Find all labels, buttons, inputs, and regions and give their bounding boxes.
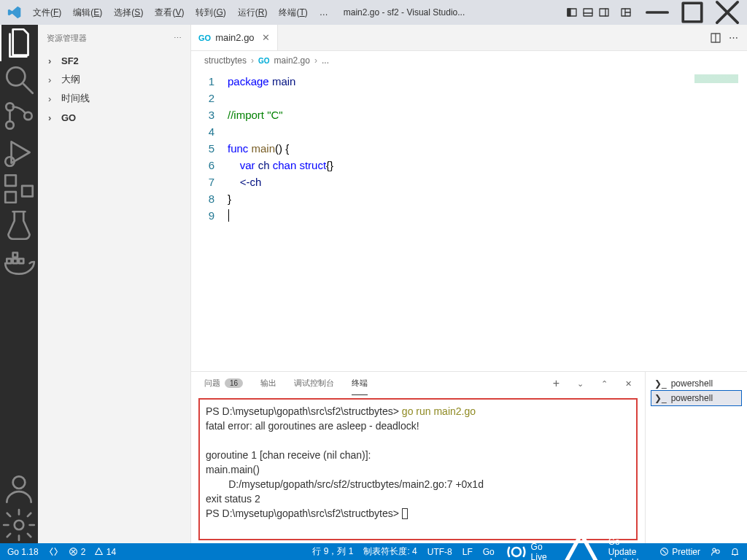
- editor-cursor: [228, 209, 229, 222]
- breadcrumb-file[interactable]: main2.go: [274, 55, 310, 66]
- activity-testing[interactable]: [0, 207, 38, 244]
- chevron-right-icon: ›: [48, 93, 58, 104]
- panel-tab-output[interactable]: 输出: [260, 372, 276, 395]
- status-golive[interactable]: Go Live: [505, 540, 547, 560]
- menu-view[interactable]: 查看(V): [150, 4, 189, 22]
- panel-bottom-icon[interactable]: [582, 7, 594, 18]
- status-feedback-icon[interactable]: [711, 547, 720, 556]
- sidebar-header: 资源管理器 ⋯: [38, 25, 190, 51]
- code-content[interactable]: package main //import "C" func main() { …: [228, 70, 747, 371]
- svg-point-28: [13, 476, 26, 489]
- breadcrumb-folder[interactable]: structbytes: [204, 55, 247, 66]
- tab-label: main2.go: [215, 32, 254, 43]
- code-editor[interactable]: 123456789 package main //import "C" func…: [191, 70, 747, 371]
- panel-tab-problems[interactable]: 问题16: [204, 372, 243, 395]
- bottom-panel: 问题16 输出 调试控制台 终端 + ⌄ ⌃ ✕ PS D:\mysetup\g…: [191, 371, 747, 543]
- menu-go[interactable]: 转到(G): [190, 4, 231, 22]
- window-maximize[interactable]: [676, 0, 709, 25]
- menu-run[interactable]: 运行(R): [233, 4, 273, 22]
- status-problems[interactable]: 2 14: [69, 547, 116, 557]
- menu-more[interactable]: …: [314, 4, 333, 20]
- sidebar-title: 资源管理器: [47, 33, 87, 44]
- terminal-list-item[interactable]: ❯_powershell: [651, 376, 741, 391]
- titlebar: 文件(F) 编辑(E) 选择(S) 查看(V) 转到(G) 运行(R) 终端(T…: [0, 0, 747, 25]
- svg-point-38: [716, 550, 719, 553]
- activity-account[interactable]: [0, 470, 38, 507]
- line-gutter: 123456789: [191, 70, 228, 371]
- tab-bar: GO main2.go ✕ ⋯: [191, 25, 747, 51]
- terminal[interactable]: PS D:\mysetup\gopath\src\sf2\structbytes…: [198, 398, 638, 540]
- editor-actions: ⋯: [701, 25, 747, 50]
- sidebar: 资源管理器 ⋯ ›SF2 ›大纲 ›时间线 ›GO: [38, 25, 191, 543]
- terminal-icon: ❯_: [654, 378, 667, 389]
- maximize-panel-icon[interactable]: ⌃: [601, 379, 608, 389]
- sidebar-item-outline[interactable]: ›大纲: [38, 70, 190, 89]
- window-minimize[interactable]: [640, 0, 674, 25]
- status-ports[interactable]: [49, 547, 58, 556]
- go-file-icon: GO: [198, 34, 211, 42]
- svg-line-37: [663, 550, 667, 553]
- status-cursor-pos[interactable]: 行 9，列 1: [312, 545, 353, 558]
- svg-rect-27: [13, 253, 18, 257]
- menu-select[interactable]: 选择(S): [109, 4, 148, 22]
- close-icon[interactable]: ✕: [262, 32, 270, 43]
- sidebar-item-go[interactable]: ›GO: [38, 108, 190, 127]
- chevron-down-icon[interactable]: ⌄: [577, 379, 584, 389]
- terminal-cursor: [402, 508, 408, 519]
- activity-bar: [0, 25, 38, 543]
- svg-rect-2: [584, 9, 592, 16]
- panel-tab-debug[interactable]: 调试控制台: [294, 372, 334, 395]
- tab-main2-go[interactable]: GO main2.go ✕: [191, 25, 278, 50]
- svg-rect-21: [5, 192, 16, 203]
- panel-left-icon[interactable]: [566, 7, 578, 18]
- breadcrumbs[interactable]: structbytes › GO main2.go › ...: [191, 51, 747, 70]
- menu-file[interactable]: 文件(F): [28, 4, 66, 22]
- svg-rect-4: [600, 9, 608, 16]
- terminal-list-item[interactable]: ❯_powershell: [651, 391, 741, 405]
- svg-rect-10: [683, 3, 702, 22]
- status-go-update[interactable]: Go Update Available: [557, 528, 649, 560]
- svg-point-29: [15, 521, 24, 530]
- status-lang[interactable]: Go: [483, 547, 495, 557]
- status-bell-icon[interactable]: [730, 547, 740, 556]
- svg-rect-25: [13, 259, 18, 263]
- menu-edit[interactable]: 编辑(E): [68, 4, 107, 22]
- svg-rect-20: [5, 175, 16, 186]
- sidebar-more-icon[interactable]: ⋯: [174, 34, 182, 43]
- breadcrumb-more[interactable]: ...: [322, 55, 329, 66]
- activity-scm[interactable]: [0, 98, 38, 134]
- svg-point-16: [6, 121, 13, 128]
- status-eol[interactable]: LF: [462, 547, 473, 557]
- activity-explorer[interactable]: [0, 25, 38, 61]
- terminal-list: ❯_powershell ❯_powershell: [645, 372, 747, 543]
- activity-settings[interactable]: [0, 507, 38, 543]
- layout-icon[interactable]: [620, 7, 632, 18]
- status-encoding[interactable]: UTF-8: [427, 547, 452, 557]
- more-icon[interactable]: ⋯: [729, 32, 738, 43]
- vscode-logo-icon: [7, 5, 22, 20]
- status-bar: Go 1.18 2 14 行 9，列 1 制表符长度: 4 UTF-8 LF G…: [0, 543, 747, 560]
- activity-search[interactable]: [0, 61, 38, 98]
- panel-tab-terminal[interactable]: 终端: [352, 372, 368, 395]
- split-editor-icon[interactable]: [710, 32, 721, 44]
- menu-terminal[interactable]: 终端(T): [274, 4, 312, 22]
- sidebar-item-timeline[interactable]: ›时间线: [38, 89, 190, 108]
- status-prettier[interactable]: Prettier: [659, 547, 700, 557]
- activity-docker[interactable]: [0, 244, 38, 280]
- status-indent[interactable]: 制表符长度: 4: [363, 545, 417, 558]
- svg-point-39: [713, 548, 716, 551]
- close-panel-icon[interactable]: ✕: [625, 379, 632, 389]
- problems-count-badge: 16: [225, 378, 243, 388]
- svg-rect-22: [22, 186, 33, 197]
- new-terminal-icon[interactable]: +: [553, 377, 560, 390]
- editor-area: GO main2.go ✕ ⋯ structbytes › GO main2.g…: [191, 25, 747, 543]
- status-go-version[interactable]: Go 1.18: [7, 547, 39, 557]
- sidebar-item-sf2[interactable]: ›SF2: [38, 51, 190, 70]
- activity-extensions[interactable]: [0, 171, 38, 207]
- minimap[interactable]: [694, 74, 738, 96]
- panel-right-icon[interactable]: [598, 7, 610, 18]
- window-close[interactable]: [711, 0, 744, 25]
- svg-rect-26: [19, 259, 23, 263]
- panel-tabs: 问题16 输出 调试控制台 终端 + ⌄ ⌃ ✕: [191, 372, 645, 395]
- activity-debug[interactable]: [0, 134, 38, 171]
